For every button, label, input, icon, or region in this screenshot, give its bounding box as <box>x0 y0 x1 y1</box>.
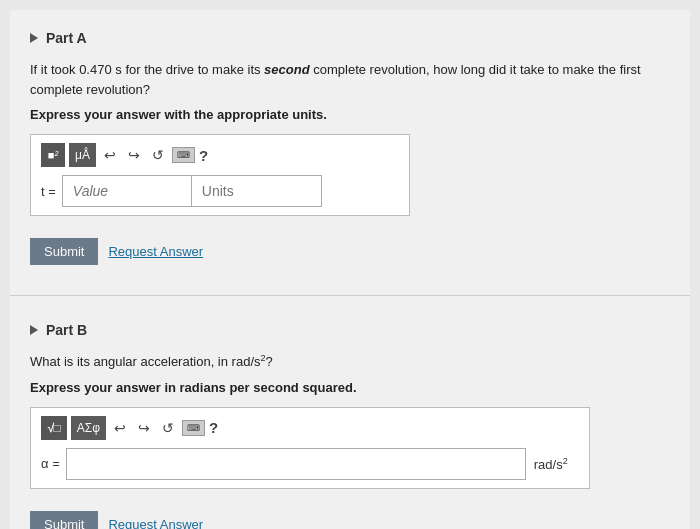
part-a-keyboard-btn[interactable]: ⌨ <box>172 147 195 163</box>
part-a-input-row: t = <box>41 175 399 207</box>
part-a-units-input[interactable] <box>192 175 322 207</box>
part-a-section: Part A If it took 0.470 s for the drive … <box>10 20 690 285</box>
part-b-instruction: Express your answer in radians per secon… <box>30 380 670 395</box>
part-a-format-btn2[interactable]: μÅ <box>69 143 96 167</box>
part-b-help-btn[interactable]: ? <box>209 419 218 436</box>
part-a-buttons: Submit Request Answer <box>30 238 670 265</box>
part-a-value-input[interactable] <box>62 175 192 207</box>
part-a-collapse-icon[interactable] <box>30 33 38 43</box>
section-divider <box>10 295 690 296</box>
part-b-section: Part B What is its angular acceleration,… <box>10 312 690 529</box>
part-b-collapse-icon[interactable] <box>30 325 38 335</box>
part-b-answer-input[interactable] <box>66 448 526 480</box>
part-b-unit-suffix: rad/s2 <box>534 456 568 472</box>
part-b-request-answer-button[interactable]: Request Answer <box>108 517 203 529</box>
part-a-reset-btn[interactable]: ↺ <box>148 145 168 165</box>
part-a-help-btn[interactable]: ? <box>199 147 208 164</box>
part-a-input-label: t = <box>41 184 56 199</box>
part-a-label: Part A <box>46 30 87 46</box>
part-b-answer-box: √□ ΑΣφ ↩ ↪ ↺ ⌨ ? α = rad/s2 <box>30 407 590 489</box>
main-container: Part A If it took 0.470 s for the drive … <box>10 10 690 529</box>
part-b-label: Part B <box>46 322 87 338</box>
sqrt-icon: √□ <box>47 421 61 435</box>
part-b-keyboard-btn[interactable]: ⌨ <box>182 420 205 436</box>
part-b-undo-btn[interactable]: ↩ <box>110 418 130 438</box>
part-a-question: If it took 0.470 s for the drive to make… <box>30 60 670 99</box>
part-b-format-btn2[interactable]: ΑΣφ <box>71 416 106 440</box>
part-a-request-answer-button[interactable]: Request Answer <box>108 244 203 259</box>
part-b-toolbar: √□ ΑΣφ ↩ ↪ ↺ ⌨ ? <box>41 416 579 440</box>
part-a-submit-button[interactable]: Submit <box>30 238 98 265</box>
part-a-format-btn1[interactable]: ■² <box>41 143 65 167</box>
part-b-header: Part B <box>30 322 670 338</box>
part-b-submit-button[interactable]: Submit <box>30 511 98 529</box>
part-b-input-row: α = rad/s2 <box>41 448 579 480</box>
part-b-redo-btn[interactable]: ↪ <box>134 418 154 438</box>
part-b-buttons: Submit Request Answer <box>30 511 670 529</box>
part-b-question: What is its angular acceleration, in rad… <box>30 352 670 372</box>
part-b-input-label: α = <box>41 456 60 471</box>
part-a-instruction: Express your answer with the appropriate… <box>30 107 670 122</box>
part-a-toolbar: ■² μÅ ↩ ↪ ↺ ⌨ ? <box>41 143 399 167</box>
part-b-reset-btn[interactable]: ↺ <box>158 418 178 438</box>
part-b-format-btn1[interactable]: √□ <box>41 416 67 440</box>
part-a-answer-box: ■² μÅ ↩ ↪ ↺ ⌨ ? t = <box>30 134 410 216</box>
part-a-undo-btn[interactable]: ↩ <box>100 145 120 165</box>
part-a-redo-btn[interactable]: ↪ <box>124 145 144 165</box>
part-a-header: Part A <box>30 30 670 46</box>
